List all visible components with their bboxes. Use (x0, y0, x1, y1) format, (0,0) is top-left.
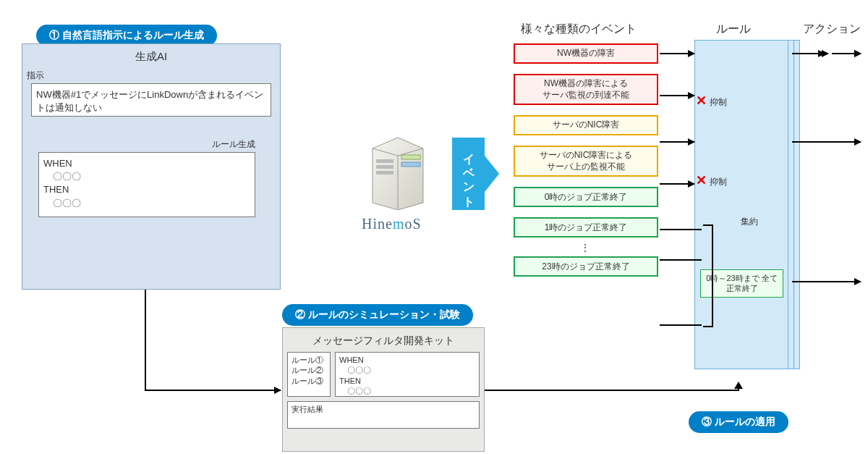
suppress-label-2: 抑制 (710, 177, 727, 187)
header-events: 様々な種類のイベント (521, 22, 637, 37)
instruction-label: 指示 (22, 70, 280, 82)
connector (145, 290, 146, 391)
arrow-icon (660, 95, 694, 96)
callout-3: ③ ルールの適用 (689, 411, 788, 433)
event-nw-unreachable: NW機器の障害による サーバ監視の到達不能 (514, 74, 658, 105)
arrow-icon (792, 281, 861, 282)
connector (145, 390, 281, 391)
arrow-icon (660, 53, 694, 54)
arrow-action-1 (792, 53, 828, 54)
event-job-1: 1時のジョブ正常終了 (514, 217, 658, 237)
arrow-icon (792, 141, 861, 143)
arrow-out-1 (832, 53, 861, 54)
instruction-box: NW機器#1でメッセージにLinkDownが含まれるイベントは通知しない (31, 83, 271, 117)
ellipsis-icon: ⋮ (514, 242, 658, 253)
panel-dev-kit: メッセージフィルタ開発キット ルール① ルール② ルール③ WHEN 〇〇〇 T… (282, 327, 485, 452)
event-label: イベント (461, 145, 476, 203)
line (660, 259, 702, 261)
devkit-rule-body: WHEN 〇〇〇 THEN 〇〇〇 (335, 352, 480, 397)
svg-rect-0 (401, 155, 420, 159)
svg-rect-2 (376, 159, 393, 163)
panel-generative-ai: 生成AI 指示 NW機器#1でメッセージにLinkDownが含まれるイベントは通… (22, 43, 281, 290)
connector (485, 390, 738, 391)
svg-rect-1 (401, 162, 420, 167)
rulegen-box: WHEN 〇〇〇 THEN 〇〇〇 (38, 152, 255, 217)
devkit-rules-list: ルール① ルール② ルール③ (287, 352, 331, 397)
svg-rect-4 (376, 171, 393, 175)
server-icon (369, 130, 427, 210)
suppress-label-1: 抑制 (710, 97, 727, 107)
ai-title: 生成AI (22, 44, 280, 70)
arrow-up-icon (734, 382, 743, 389)
aggregate-label: 集約 (696, 216, 788, 248)
event-arrow: イベント (452, 138, 495, 210)
rulegen-label: ルール生成 (22, 138, 280, 151)
header-rule: ルール (716, 22, 751, 37)
arrow-icon (660, 183, 694, 185)
header-action: アクション (803, 22, 861, 37)
callout-2: ② ルールのシミュレーション・試験 (282, 304, 473, 326)
event-nic-failure: サーバのNIC障害 (514, 115, 658, 135)
svg-rect-3 (376, 165, 393, 169)
hinemos-logo: HinemoS (362, 216, 422, 232)
event-job-23: 23時のジョブ正常終了 (514, 256, 658, 277)
devkit-result: 実行結果 (287, 401, 480, 429)
event-job-0: 0時のジョブ正常終了 (514, 187, 658, 207)
x-icon: ✕ (696, 93, 707, 108)
rule-content: ✕抑制 ✕抑制 集約 (696, 52, 788, 248)
event-nw-failure: NW機器の障害 (514, 43, 658, 64)
events-list: NW機器の障害 NW機器の障害による サーバ監視の到達不能 サーバのNIC障害 … (514, 43, 658, 287)
devkit-title: メッセージフィルタ開発キット (287, 332, 480, 352)
x-icon: ✕ (696, 173, 707, 188)
line (660, 324, 702, 326)
event-nic-unmonitorable: サーバのNIC障害による サーバ上の監視不能 (514, 146, 658, 177)
arrow-icon (660, 141, 694, 143)
